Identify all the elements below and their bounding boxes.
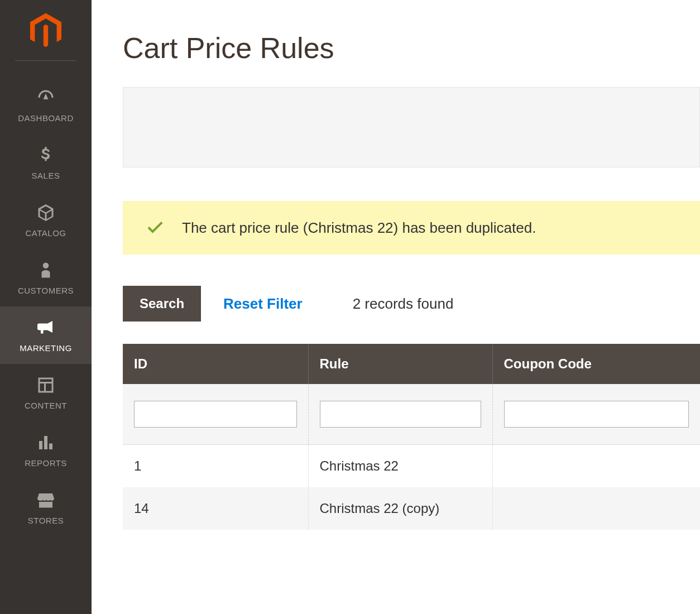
- sidebar-item-reports[interactable]: REPORTS: [0, 421, 92, 479]
- dollar-icon: [35, 144, 57, 166]
- box-icon: [35, 202, 57, 224]
- sidebar-divider: [15, 60, 76, 61]
- sidebar-item-customers[interactable]: CUSTOMERS: [0, 249, 92, 306]
- cell-id: 1: [123, 445, 308, 488]
- sidebar: DASHBOARD SALES CATALOG CUSTOMERS MARKET: [0, 0, 92, 614]
- filter-coupon-input[interactable]: [504, 401, 689, 428]
- main-content: Cart Price Rules The cart price rule (Ch…: [92, 0, 700, 614]
- search-button[interactable]: Search: [123, 286, 201, 322]
- cell-rule: Christmas 22: [308, 445, 492, 488]
- table-row[interactable]: 14 Christmas 22 (copy): [123, 487, 700, 530]
- rules-table: ID Rule Coupon Code 1 Christmas 22 14: [123, 344, 700, 530]
- table-row[interactable]: 1 Christmas 22: [123, 445, 700, 488]
- filter-rule-input[interactable]: [320, 401, 481, 428]
- sidebar-item-label: MARKETING: [20, 343, 72, 353]
- sidebar-item-label: CATALOG: [26, 228, 66, 238]
- sidebar-item-marketing[interactable]: MARKETING: [0, 306, 92, 364]
- magento-logo[interactable]: [26, 11, 65, 50]
- reset-filter-link[interactable]: Reset Filter: [223, 295, 303, 313]
- cell-rule: Christmas 22 (copy): [308, 487, 492, 530]
- person-icon: [35, 259, 57, 281]
- megaphone-icon: [35, 316, 57, 339]
- column-header-rule[interactable]: Rule: [308, 344, 492, 384]
- filter-row: [123, 384, 700, 445]
- success-message-text: The cart price rule (Christmas 22) has b…: [182, 219, 536, 237]
- sidebar-item-label: STORES: [28, 516, 64, 525]
- sidebar-item-label: CONTENT: [25, 401, 67, 410]
- sidebar-item-label: REPORTS: [25, 458, 67, 468]
- dashboard-icon: [35, 87, 57, 109]
- sidebar-item-stores[interactable]: STORES: [0, 479, 92, 536]
- success-message: The cart price rule (Christmas 22) has b…: [123, 201, 700, 255]
- page-title: Cart Price Rules: [123, 31, 700, 65]
- grid-toolbar: Search Reset Filter 2 records found: [123, 286, 700, 322]
- toolbar-region: [123, 87, 700, 167]
- layout-icon: [35, 374, 57, 396]
- bar-chart-icon: [35, 431, 57, 454]
- column-header-coupon[interactable]: Coupon Code: [492, 344, 700, 384]
- sidebar-item-label: DASHBOARD: [18, 113, 74, 123]
- sidebar-item-dashboard[interactable]: DASHBOARD: [0, 76, 92, 134]
- sidebar-item-label: CUSTOMERS: [18, 286, 74, 295]
- column-header-id[interactable]: ID: [123, 344, 308, 384]
- filter-id-input[interactable]: [134, 401, 297, 428]
- cell-id: 14: [123, 487, 308, 530]
- sidebar-item-sales[interactable]: SALES: [0, 134, 92, 191]
- check-icon: [145, 217, 165, 239]
- cell-coupon: [492, 487, 700, 530]
- sidebar-item-content[interactable]: CONTENT: [0, 364, 92, 421]
- store-icon: [35, 489, 57, 511]
- sidebar-item-label: SALES: [32, 171, 60, 180]
- sidebar-item-catalog[interactable]: CATALOG: [0, 191, 92, 249]
- records-count: 2 records found: [353, 295, 454, 313]
- cell-coupon: [492, 445, 700, 488]
